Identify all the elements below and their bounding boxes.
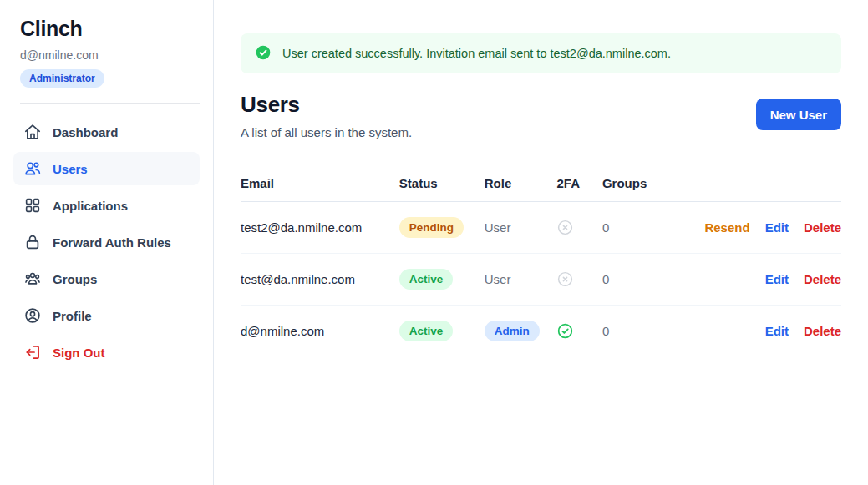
sidebar-item-label: Sign Out	[53, 346, 105, 360]
lock-icon	[23, 233, 42, 251]
banner-message: User created successfully. Invitation em…	[282, 47, 671, 60]
sidebar-item-applications[interactable]: Applications	[13, 189, 200, 222]
grid-icon	[23, 196, 42, 215]
users-icon	[23, 159, 42, 178]
column-header-email: Email	[241, 176, 399, 202]
sidebar-item-label: Applications	[53, 199, 128, 213]
main-content: User created successfully. Invitation em…	[214, 0, 868, 485]
role-text: User	[485, 220, 511, 235]
sidebar-nav: DashboardUsersApplicationsForward Auth R…	[13, 115, 200, 369]
status-cell: Active	[399, 254, 485, 306]
page-header: Users A list of all users in the system.…	[241, 92, 841, 139]
status-badge: Active	[399, 321, 454, 341]
sidebar-item-sign-out[interactable]: Sign Out	[13, 336, 200, 369]
sidebar-item-forward-auth-rules[interactable]: Forward Auth Rules	[13, 225, 200, 259]
brand-block: Clinch d@nmilne.com Administrator	[13, 17, 200, 88]
edit-link[interactable]: Edit	[765, 272, 789, 286]
sidebar-item-profile[interactable]: Profile	[13, 299, 200, 332]
edit-link[interactable]: Edit	[765, 324, 789, 338]
home-icon	[23, 123, 42, 141]
column-header-actions	[689, 176, 841, 202]
edit-link[interactable]: Edit	[765, 220, 789, 235]
twofa-disabled-icon	[556, 254, 602, 306]
check-circle-icon	[255, 44, 272, 63]
page-subtitle: A list of all users in the system.	[241, 125, 412, 139]
table-row: test2@da.nmilne.comPendingUser0ResendEdi…	[241, 202, 841, 254]
users-table-head: EmailStatusRole2FAGroups	[241, 176, 841, 202]
row-actions: EditDelete	[689, 306, 841, 357]
brand-logo: Clinch	[20, 17, 200, 41]
page-title: Users	[241, 92, 412, 118]
column-header-groups: Groups	[602, 176, 690, 202]
table-header-row: EmailStatusRole2FAGroups	[241, 176, 841, 202]
role-cell: Admin	[485, 306, 557, 357]
sidebar-item-label: Groups	[53, 272, 97, 286]
groups-count: 0	[602, 202, 690, 254]
delete-link[interactable]: Delete	[804, 220, 841, 235]
role-cell: User	[485, 254, 557, 306]
sidebar-item-users[interactable]: Users	[13, 152, 200, 185]
user-email: test2@da.nmilne.com	[241, 202, 399, 254]
delete-link[interactable]: Delete	[804, 324, 841, 338]
delete-link[interactable]: Delete	[804, 272, 841, 286]
sidebar-item-label: Users	[53, 162, 88, 176]
groups-count: 0	[602, 306, 690, 357]
resend-link[interactable]: Resend	[704, 220, 749, 235]
success-banner: User created successfully. Invitation em…	[241, 33, 841, 73]
sidebar-item-label: Dashboard	[53, 125, 118, 139]
table-row: test@da.nmilne.comActiveUser0EditDelete	[241, 254, 841, 306]
twofa-enabled-icon	[556, 306, 602, 357]
sidebar-user-email: d@nmilne.com	[20, 48, 200, 62]
status-cell: Pending	[399, 202, 485, 254]
table-row: d@nmilne.comActiveAdmin0EditDelete	[241, 306, 841, 357]
sign-out-icon	[23, 343, 42, 361]
new-user-button[interactable]: New User	[756, 99, 841, 130]
users-table-body: test2@da.nmilne.comPendingUser0ResendEdi…	[241, 202, 841, 357]
groups-count: 0	[602, 254, 690, 306]
groups-icon	[23, 270, 42, 288]
column-header-status: Status	[399, 176, 485, 202]
role-badge: Administrator	[20, 69, 104, 88]
role-cell: User	[485, 202, 557, 254]
column-header-role: Role	[485, 176, 557, 202]
user-email: d@nmilne.com	[241, 306, 399, 357]
sidebar-item-groups[interactable]: Groups	[13, 262, 200, 296]
row-actions: ResendEditDelete	[689, 202, 841, 254]
sidebar-item-label: Forward Auth Rules	[53, 235, 171, 250]
twofa-disabled-icon	[556, 202, 602, 254]
status-cell: Active	[399, 306, 485, 357]
user-email: test@da.nmilne.com	[241, 254, 399, 306]
column-header-2fa: 2FA	[556, 176, 602, 202]
status-badge: Active	[399, 269, 454, 290]
profile-icon	[23, 306, 42, 325]
sidebar: Clinch d@nmilne.com Administrator Dashbo…	[0, 0, 214, 485]
users-table: EmailStatusRole2FAGroups test2@da.nmilne…	[241, 176, 841, 356]
role-badge-admin: Admin	[485, 321, 540, 341]
page-header-text: Users A list of all users in the system.	[241, 92, 412, 139]
role-text: User	[485, 272, 511, 286]
status-badge: Pending	[399, 217, 464, 238]
sidebar-item-label: Profile	[53, 309, 92, 323]
row-actions: EditDelete	[689, 254, 841, 306]
sidebar-item-dashboard[interactable]: Dashboard	[13, 115, 200, 149]
sidebar-divider	[20, 103, 200, 104]
